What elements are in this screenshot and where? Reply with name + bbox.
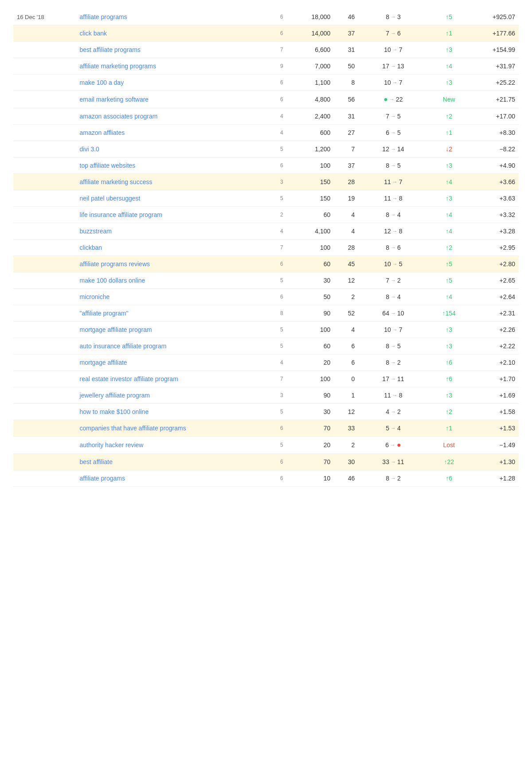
keyword-link[interactable]: affiliate marketing programs <box>80 63 156 70</box>
cpc-cell: 31 <box>334 108 358 125</box>
volume-cell: 20 <box>292 437 334 454</box>
keyword-cell[interactable]: microniche <box>76 289 271 305</box>
keyword-cell[interactable]: auto insurance affiliate program <box>76 338 271 354</box>
volume-cell: 14,000 <box>292 25 334 42</box>
from-rank: 8 <box>386 293 389 300</box>
keyword-cell[interactable]: buzzstream <box>76 223 271 240</box>
volume-cell: 30 <box>292 404 334 420</box>
keyword-cell[interactable]: best affiliate <box>76 454 271 470</box>
cpc-cell: 46 <box>334 470 358 487</box>
movement-cell: 5 → 4 <box>358 420 428 437</box>
keyword-link[interactable]: neil patel ubersuggest <box>80 195 141 202</box>
to-rank: 2 <box>397 475 401 482</box>
keyword-link[interactable]: affiliate progams <box>80 475 125 482</box>
keyword-cell[interactable]: best affiliate programs <box>76 42 271 58</box>
change-value: ↑154 <box>442 310 456 317</box>
keyword-cell[interactable]: clickban <box>76 240 271 256</box>
arrow-icon: → <box>391 359 396 366</box>
keyword-link[interactable]: "affiliate program" <box>80 310 129 317</box>
cpc-cell: 19 <box>334 190 358 207</box>
keyword-link[interactable]: best affiliate programs <box>80 46 141 53</box>
keyword-cell[interactable]: mortgage affiliate <box>76 354 271 371</box>
keyword-cell[interactable]: make 100 dollars online <box>76 272 271 289</box>
keyword-link[interactable]: email marketing software <box>80 96 149 103</box>
keyword-cell[interactable]: companies that have affiliate programs <box>76 420 271 437</box>
keyword-cell[interactable]: click bank <box>76 25 271 42</box>
keyword-link[interactable]: jewellery affiliate program <box>80 392 150 399</box>
change-cell: ↑3 <box>428 42 470 58</box>
to-rank: 5 <box>397 343 401 350</box>
keyword-cell[interactable]: make 100 a day <box>76 75 271 91</box>
keyword-link[interactable]: microniche <box>80 293 110 300</box>
arrow-icon: → <box>391 409 396 415</box>
table-row: neil patel ubersuggest51501911 → 8↑3+3.6… <box>13 190 519 207</box>
keyword-cell[interactable]: life insurance affiliate program <box>76 207 271 223</box>
volume-cell: 30 <box>292 272 334 289</box>
value-cell: +4.90 <box>470 158 519 174</box>
keyword-cell[interactable]: email marketing software <box>76 91 271 108</box>
arrow-icon: → <box>391 294 396 300</box>
keyword-link[interactable]: affiliate programs reviews <box>80 260 150 268</box>
keyword-cell[interactable]: neil patel ubersuggest <box>76 190 271 207</box>
keyword-link[interactable]: best affiliate <box>80 458 113 465</box>
volume-cell: 7,000 <box>292 58 334 75</box>
keyword-link[interactable]: auto insurance affiliate program <box>80 343 167 350</box>
num-cell: 5 <box>271 437 292 454</box>
keyword-cell[interactable]: affiliate programs <box>76 9 271 25</box>
keyword-cell[interactable]: authority hacker review <box>76 437 271 454</box>
keyword-cell[interactable]: affiliate programs reviews <box>76 256 271 272</box>
keyword-link[interactable]: clickban <box>80 244 102 251</box>
keyword-link[interactable]: click bank <box>80 30 107 37</box>
keyword-link[interactable]: buzzstream <box>80 228 112 235</box>
keyword-link[interactable]: companies that have affiliate programs <box>80 425 186 432</box>
keyword-cell[interactable]: affiliate progams <box>76 470 271 487</box>
keyword-cell[interactable]: amazon associates program <box>76 108 271 125</box>
keyword-link[interactable]: make 100 dollars online <box>80 277 145 284</box>
keyword-cell[interactable]: mortgage affiliate program <box>76 322 271 338</box>
change-cell: ↑2 <box>428 108 470 125</box>
change-value: ↑6 <box>446 375 452 382</box>
change-value: ↑3 <box>446 392 452 399</box>
keyword-link[interactable]: amazon affliates <box>80 129 125 136</box>
keyword-link[interactable]: make 100 a day <box>80 79 124 86</box>
change-value: ↑5 <box>446 260 452 268</box>
change-value: ↑3 <box>446 46 452 53</box>
keyword-link[interactable]: top affiliate websites <box>80 162 136 169</box>
to-rank: 11 <box>397 375 404 382</box>
date-cell <box>13 174 76 190</box>
keyword-cell[interactable]: affiliate marketing success <box>76 174 271 190</box>
change-cell: ↑5 <box>428 272 470 289</box>
keyword-link[interactable]: divi 3.0 <box>80 146 99 153</box>
keyword-link[interactable]: mortgage affiliate program <box>80 326 152 333</box>
volume-cell: 100 <box>292 371 334 387</box>
change-value: ↑3 <box>446 79 452 86</box>
keyword-link[interactable]: authority hacker review <box>80 441 144 449</box>
keyword-link[interactable]: mortgage affiliate <box>80 359 127 366</box>
change-cell: ↑4 <box>428 174 470 190</box>
table-row: top affiliate websites6100378 → 5↑3+4.90 <box>13 158 519 174</box>
value-cell: +21.75 <box>470 91 519 108</box>
keyword-cell[interactable]: top affiliate websites <box>76 158 271 174</box>
arrow-icon: → <box>391 244 396 251</box>
keyword-cell[interactable]: "affiliate program" <box>76 305 271 322</box>
keyword-cell[interactable]: divi 3.0 <box>76 141 271 158</box>
keyword-cell[interactable]: real estate investor affiliate program <box>76 371 271 387</box>
keyword-link[interactable]: life insurance affiliate program <box>80 211 163 218</box>
keyword-link[interactable]: amazon associates program <box>80 113 158 120</box>
keyword-link[interactable]: affiliate marketing success <box>80 178 153 185</box>
keyword-cell[interactable]: affiliate marketing programs <box>76 58 271 75</box>
volume-cell: 60 <box>292 256 334 272</box>
to-rank: 2 <box>397 277 401 284</box>
keyword-link[interactable]: affiliate programs <box>80 13 127 20</box>
volume-cell: 4,800 <box>292 91 334 108</box>
num-cell: 5 <box>271 404 292 420</box>
keyword-cell[interactable]: how to make $100 online <box>76 404 271 420</box>
keyword-link[interactable]: how to make $100 online <box>80 408 149 415</box>
from-rank: 10 <box>384 79 391 86</box>
arrow-icon: → <box>391 162 396 169</box>
keyword-cell[interactable]: amazon affliates <box>76 125 271 141</box>
keyword-cell[interactable]: jewellery affiliate program <box>76 387 271 404</box>
date-cell <box>13 25 76 42</box>
table-row: jewellery affiliate program390111 → 8↑3+… <box>13 387 519 404</box>
keyword-link[interactable]: real estate investor affiliate program <box>80 375 178 382</box>
